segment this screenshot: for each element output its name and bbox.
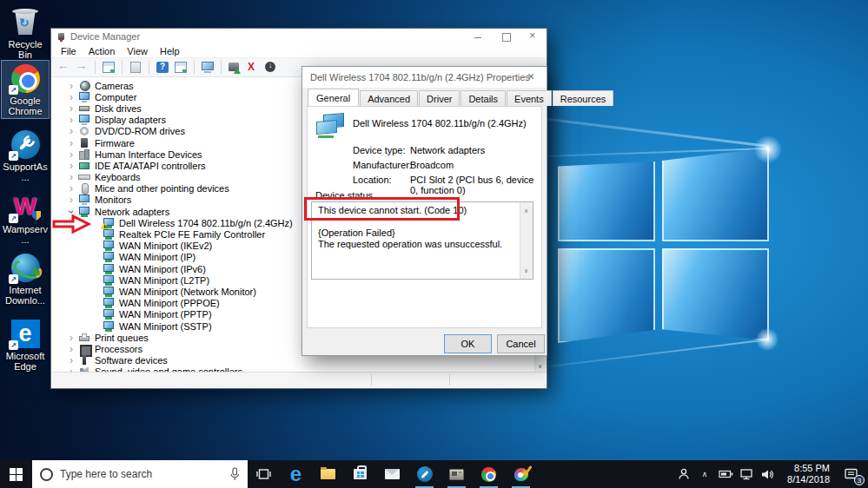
disable-icon[interactable]: [264, 61, 278, 74]
chevron-collapsed-icon[interactable]: ›: [66, 150, 76, 159]
task-view-icon: [256, 468, 271, 480]
chevron-collapsed-icon[interactable]: ›: [66, 115, 76, 124]
taskbar-clock[interactable]: 8:55 PM 8/14/2018: [778, 460, 833, 488]
tab-general[interactable]: General: [308, 89, 359, 106]
tree-item-label: WAN Miniport (IP): [119, 252, 195, 262]
tab-details[interactable]: Details: [461, 90, 506, 106]
show-window-icon[interactable]: [174, 61, 188, 74]
desktop-icon-microsoft-edge[interactable]: Microsoft Edge: [2, 316, 49, 373]
desktop-icon-label: Google Chrome: [2, 96, 49, 116]
tree-item-label: Display adapters: [95, 115, 166, 125]
help-icon[interactable]: [156, 61, 169, 74]
chevron-collapsed-icon[interactable]: ›: [66, 93, 76, 102]
chevron-collapsed-icon[interactable]: ›: [66, 104, 76, 113]
camera-icon: [78, 81, 90, 91]
desktop-icon-wampserver[interactable]: Wampserv...: [2, 189, 49, 247]
update-driver-icon[interactable]: [228, 61, 242, 74]
taskbar-file-explorer-button[interactable]: [312, 460, 344, 488]
menu-action[interactable]: Action: [83, 46, 122, 56]
menu-file[interactable]: File: [55, 46, 83, 56]
tab-advanced[interactable]: Advanced: [360, 90, 418, 106]
chevron-collapsed-icon[interactable]: ›: [66, 195, 76, 204]
start-button[interactable]: [0, 460, 32, 488]
chevron-collapsed-icon[interactable]: ›: [66, 82, 76, 90]
dialog-titlebar[interactable]: Dell Wireless 1704 802.11b/g/n (2.4GHz) …: [302, 67, 547, 88]
volume-icon: [760, 469, 774, 480]
console-tree-icon[interactable]: [102, 61, 116, 74]
status-line: {Operation Failed}: [318, 228, 515, 239]
microphone-icon[interactable]: [229, 467, 240, 481]
battery-status[interactable]: [715, 460, 736, 488]
people-icon: [677, 468, 691, 480]
taskbar-supportassist-button[interactable]: [408, 460, 441, 488]
taskbar-chrome-button[interactable]: [473, 460, 505, 488]
chevron-collapsed-icon[interactable]: ›: [66, 356, 76, 365]
red-box-annotation: [304, 197, 460, 221]
action-center-button[interactable]: 3: [833, 460, 868, 488]
dialog-title: Dell Wireless 1704 802.11b/g/n (2.4GHz) …: [310, 72, 530, 82]
mail-icon: [385, 469, 400, 479]
desktop-icon-supportassist[interactable]: SupportAs...: [2, 127, 49, 184]
tab-driver[interactable]: Driver: [419, 90, 460, 106]
chevron-collapsed-icon[interactable]: ›: [66, 333, 76, 342]
taskbar-mail-button[interactable]: [376, 460, 408, 488]
ok-button[interactable]: OK: [444, 334, 492, 353]
chevron-collapsed-icon[interactable]: ›: [66, 173, 76, 181]
back-icon[interactable]: [56, 61, 70, 74]
network-adapter-icon: [103, 298, 115, 308]
maximize-button[interactable]: [501, 32, 510, 41]
menu-help[interactable]: Help: [154, 46, 186, 56]
export-list-icon[interactable]: [129, 61, 142, 74]
red-arrow-annotation: [52, 214, 92, 234]
tab-resources[interactable]: Resources: [553, 90, 614, 106]
chevron-up-icon: ∧: [702, 470, 708, 478]
scan-hardware-icon[interactable]: [201, 61, 215, 74]
device-manager-titlebar[interactable]: Device Manager: [51, 29, 547, 44]
tree-item-label: WAN Miniport (IPv6): [119, 264, 206, 274]
window-title: Device Manager: [70, 31, 140, 42]
tree-item[interactable]: ›Software devices: [52, 355, 534, 366]
idm-icon: [10, 252, 41, 283]
desktop-icon-internet-download-manager[interactable]: Internet Downlo...: [2, 250, 49, 307]
desktop-icon-recycle-bin[interactable]: Recycle Bin: [2, 4, 49, 62]
task-view-button[interactable]: [248, 460, 280, 488]
field-value: Network adapters: [410, 145, 485, 155]
desktop-icon-label: SupportAs...: [2, 162, 49, 182]
people-button[interactable]: [673, 460, 694, 488]
close-button[interactable]: [529, 32, 538, 41]
dialog-tabs: GeneralAdvancedDriverDetailsEventsResour…: [308, 90, 614, 106]
chevron-collapsed-icon[interactable]: ›: [66, 162, 76, 170]
network-status[interactable]: [736, 460, 757, 488]
chrome-icon: [10, 63, 41, 94]
cancel-button[interactable]: Cancel: [497, 334, 545, 353]
desktop-icon-google-chrome[interactable]: Google Chrome: [2, 61, 49, 118]
uninstall-icon[interactable]: [246, 61, 260, 74]
tab-events[interactable]: Events: [507, 90, 552, 106]
volume-status[interactable]: [757, 460, 778, 488]
menu-view[interactable]: View: [121, 46, 154, 56]
taskbar-search[interactable]: [32, 460, 248, 488]
network-adapter-icon: [103, 241, 115, 251]
chevron-collapsed-icon[interactable]: ›: [66, 139, 76, 148]
minimize-button[interactable]: [474, 32, 482, 41]
taskbar-store-button[interactable]: [344, 460, 376, 488]
search-input[interactable]: [60, 468, 222, 480]
forward-icon[interactable]: [75, 61, 89, 74]
chevron-collapsed-icon[interactable]: ›: [66, 184, 76, 193]
hidden-icons-button[interactable]: ∧: [694, 460, 715, 488]
taskbar-paint-button[interactable]: [505, 460, 537, 488]
status-line: The requested operation was unsuccessful…: [318, 239, 515, 250]
disk-drive-icon: [78, 103, 90, 114]
light-glow: [754, 135, 782, 163]
dialog-close-icon[interactable]: [527, 69, 540, 84]
recycle-bin-icon: [10, 6, 41, 37]
taskbar-edge-button[interactable]: [280, 460, 312, 488]
field-label: Manufacturer:: [353, 160, 410, 170]
chevron-collapsed-icon[interactable]: ›: [66, 127, 76, 135]
tree-item-label: Print queues: [95, 333, 149, 343]
tree-item-label: Keyboards: [95, 172, 141, 182]
windows-logo-pane: [662, 148, 769, 241]
chevron-collapsed-icon[interactable]: ›: [66, 345, 76, 353]
status-scrollbar[interactable]: [520, 202, 533, 279]
taskbar-device-manager-button[interactable]: [441, 460, 473, 488]
